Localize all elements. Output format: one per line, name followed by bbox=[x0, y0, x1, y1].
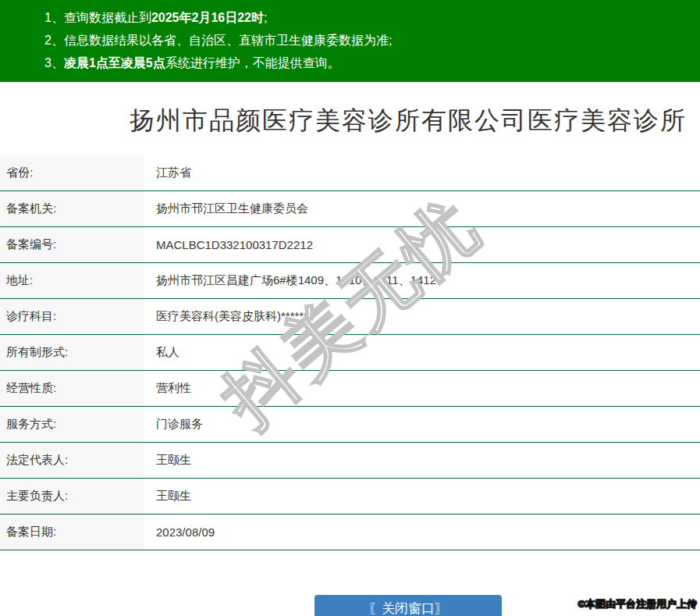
row-value: 王颐生 bbox=[144, 443, 700, 478]
row-value: 王颐生 bbox=[144, 479, 700, 514]
row-label: 诊疗科目: bbox=[0, 299, 144, 334]
notice-1-pre: 查询数据截止到 bbox=[64, 11, 151, 24]
table-row-treatment-subjects: 诊疗科目: 医疗美容科(美容皮肤科)****** bbox=[0, 299, 700, 335]
row-label: 法定代表人: bbox=[0, 443, 144, 478]
notice-1-post: ; bbox=[264, 11, 267, 24]
table-row-filing-number: 备案编号: MACLBC1D332100317D2212 bbox=[0, 227, 700, 263]
row-label: 主要负责人: bbox=[0, 479, 144, 514]
table-row-ownership-form: 所有制形式: 私人 bbox=[0, 335, 700, 371]
table-row-filing-date: 备案日期: 2023/08/09 bbox=[0, 515, 700, 550]
table-row-province: 省份: 江苏省 bbox=[0, 155, 700, 191]
notice-bar: 1、查询数据截止到2025年2月16日22时; 2、信息数据结果以各省、自治区、… bbox=[0, 0, 700, 82]
notice-1-bold: 2025年2月16日22时 bbox=[151, 11, 264, 24]
credit-watermark: ©本图由平台注册用户上传 bbox=[577, 597, 697, 611]
notice-2-num: 2、 bbox=[44, 34, 64, 47]
row-label: 备案机关: bbox=[0, 191, 144, 226]
row-value: 扬州市邗江区卫生健康委员会 bbox=[144, 191, 700, 226]
notice-line-2: 2、信息数据结果以各省、自治区、直辖市卫生健康委数据为准; bbox=[0, 29, 700, 52]
table-row-legal-representative: 法定代表人: 王颐生 bbox=[0, 443, 700, 479]
table-row-main-person-in-charge: 主要负责人: 王颐生 bbox=[0, 479, 700, 515]
table-row-service-mode: 服务方式: 门诊服务 bbox=[0, 407, 700, 443]
row-label: 地址: bbox=[0, 263, 144, 298]
row-label: 省份: bbox=[0, 155, 144, 190]
notice-3-num: 3、 bbox=[44, 56, 64, 69]
notice-1-num: 1、 bbox=[44, 11, 64, 24]
table-row-address: 地址: 扬州市邗江区昌建广场6#楼1409、1410、1411、1412 bbox=[0, 263, 700, 299]
row-value: 2023/08/09 bbox=[144, 515, 700, 550]
row-value: 营利性 bbox=[144, 371, 700, 406]
row-value: 扬州市邗江区昌建广场6#楼1409、1410、1411、1412 bbox=[144, 263, 700, 298]
notice-3-post: 系统进行维护，不能提供查询。 bbox=[165, 56, 340, 69]
notice-line-1: 1、查询数据截止到2025年2月16日22时; bbox=[0, 6, 700, 29]
row-value: 门诊服务 bbox=[144, 407, 700, 442]
row-value: MACLBC1D332100317D2212 bbox=[144, 227, 700, 262]
row-value: 江苏省 bbox=[144, 155, 700, 190]
page: { "notices": { "items": [ { "num": "1、",… bbox=[0, 0, 700, 616]
content-area: 扬州市品颜医疗美容诊所有限公司医疗美容诊所 bbox=[0, 104, 700, 138]
notice-2-pre: 信息数据结果以各省、自治区、直辖市卫生健康委数据为准; bbox=[64, 34, 392, 47]
row-value: 私人 bbox=[144, 335, 700, 370]
close-window-button[interactable]: 〖关闭窗口〗 bbox=[314, 595, 502, 616]
notice-3-bold: 凌晨1点至凌晨5点 bbox=[64, 56, 165, 69]
row-label: 服务方式: bbox=[0, 407, 144, 442]
row-label: 经营性质: bbox=[0, 371, 144, 406]
table-row-filing-authority: 备案机关: 扬州市邗江区卫生健康委员会 bbox=[0, 191, 700, 227]
row-label: 备案日期: bbox=[0, 515, 144, 550]
page-title: 扬州市品颜医疗美容诊所有限公司医疗美容诊所 bbox=[0, 104, 700, 138]
row-label: 备案编号: bbox=[0, 227, 144, 262]
row-value: 医疗美容科(美容皮肤科)****** bbox=[144, 299, 700, 334]
table-row-business-nature: 经营性质: 营利性 bbox=[0, 371, 700, 407]
info-table: 省份: 江苏省 备案机关: 扬州市邗江区卫生健康委员会 备案编号: MACLBC… bbox=[0, 155, 700, 550]
row-label: 所有制形式: bbox=[0, 335, 144, 370]
notice-line-3: 3、凌晨1点至凌晨5点系统进行维护，不能提供查询。 bbox=[0, 52, 700, 74]
